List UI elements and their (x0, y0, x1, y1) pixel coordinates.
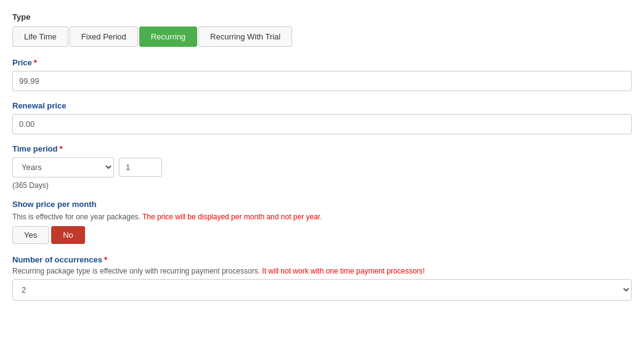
type-btn-fixed[interactable]: Fixed Period (70, 26, 138, 47)
type-section: Type Life Time Fixed Period Recurring Re… (12, 12, 632, 47)
no-button[interactable]: No (51, 226, 85, 244)
type-btn-recurring[interactable]: Recurring (139, 26, 197, 47)
show-price-desc: This is effective for one year packages.… (12, 213, 632, 221)
time-period-label: Time period* (12, 144, 632, 153)
occurrences-label: Number of occurrences* (12, 255, 632, 264)
price-label: Price* (12, 58, 632, 67)
type-btn-lifetime[interactable]: Life Time (12, 26, 68, 47)
time-period-select[interactable]: Days Weeks Months Years (12, 157, 114, 177)
yes-button[interactable]: Yes (12, 226, 49, 244)
days-note: (365 Days) (12, 181, 632, 190)
type-label: Type (12, 12, 632, 22)
occurrences-warning: Recurring package type is effective only… (12, 267, 632, 275)
renewal-price-label: Renewal price (12, 101, 632, 110)
occurrences-field-group: Number of occurrences* Recurring package… (12, 255, 632, 301)
type-btn-recurring-trial[interactable]: Recurring With Trial (198, 26, 292, 47)
occurrences-select[interactable]: 1 2 3 4 5 6 7 8 9 10 11 12 (12, 279, 632, 301)
time-period-number[interactable] (119, 158, 162, 177)
price-field-group: Price* (12, 58, 632, 91)
show-price-group: Show price per month This is effective f… (12, 200, 632, 244)
time-period-field-group: Time period* Days Weeks Months Years (36… (12, 144, 632, 190)
time-period-row: Days Weeks Months Years (12, 157, 632, 177)
renewal-price-input[interactable] (12, 114, 632, 134)
type-buttons: Life Time Fixed Period Recurring Recurri… (12, 26, 632, 47)
show-price-label: Show price per month (12, 200, 632, 209)
price-input[interactable] (12, 71, 632, 91)
renewal-price-field-group: Renewal price (12, 101, 632, 134)
yes-no-row: Yes No (12, 226, 632, 244)
